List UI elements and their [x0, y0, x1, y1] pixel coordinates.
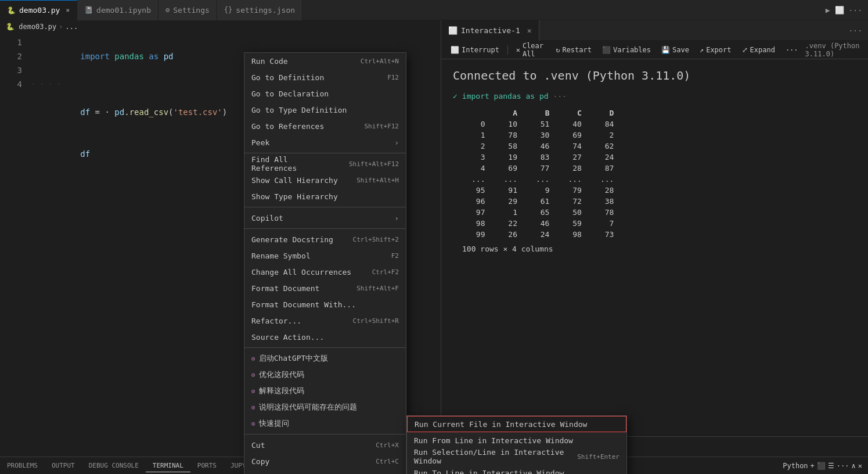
tab-settings[interactable]: ⚙ Settings — [159, 0, 217, 20]
menu-source-action[interactable]: Source Action... — [244, 329, 406, 345]
submenu-run-current-file[interactable]: Run Current File in Interactive Window — [407, 416, 626, 432]
table-row: 982246597 — [462, 218, 623, 229]
menu-copilot[interactable]: Copilot › — [244, 210, 406, 226]
bottom-tab-debug-console[interactable]: DEBUG CONSOLE — [82, 459, 146, 472]
clear-all-icon: ✕ — [516, 46, 520, 54]
variables-button[interactable]: ⬛ Variables — [597, 43, 655, 57]
split-terminal-icon[interactable]: ⬛ — [817, 462, 826, 470]
tab-label: Settings — [173, 6, 210, 15]
interactive-toolbar: ⬜ Interrupt ✕ Clear All ↻ Restart ⬛ Vari… — [441, 41, 868, 59]
menu-copy[interactable]: Copy Ctrl+C — [244, 453, 406, 469]
menu-cut-label: Cut — [251, 441, 364, 450]
terminal-close-icon[interactable]: ✕ — [858, 462, 862, 470]
copilot-icon-5: ⊙ — [251, 420, 255, 428]
breadcrumb-file[interactable]: 🐍 demo03.py — [6, 23, 56, 31]
submenu-run-to-line[interactable]: Run To Line in Interactive Window — [407, 465, 626, 474]
menu-format-document[interactable]: Format Document Shift+Alt+F — [244, 280, 406, 296]
menu-show-call-hierarchy[interactable]: Show Call Hierarchy Shift+Alt+H — [244, 172, 406, 188]
menu-change-all-label: Change All Occurrences — [251, 268, 361, 276]
menu-format-doc-shortcut: Shift+Alt+F — [356, 285, 399, 292]
table-row: 17830692 — [462, 130, 623, 141]
menu-explain[interactable]: ⊙ 解释这段代码 — [244, 383, 406, 399]
more-icon[interactable]: ··· — [849, 6, 862, 15]
export-icon: ↗ — [700, 46, 704, 54]
tab-demo01ipynb[interactable]: 📓 demo01.ipynb — [77, 0, 159, 20]
menu-go-type-def-label: Go to Type Definition — [251, 106, 399, 114]
menu-rename-symbol[interactable]: Rename Symbol F2 — [244, 247, 406, 264]
menu-run-code[interactable]: Run Code Ctrl+Alt+N — [244, 53, 406, 69]
menu-issues-label: 说明这段代码可能存在的问题 — [259, 402, 399, 412]
bottom-tab-ports[interactable]: PORTS — [190, 459, 224, 472]
toolbar-sep-1 — [507, 45, 508, 55]
check-icon: ✓ — [453, 92, 458, 100]
menu-issues[interactable]: ⊙ 说明这段代码可能存在的问题 — [244, 399, 406, 415]
more-options-button[interactable]: ··· — [781, 43, 803, 57]
breadcrumb-item[interactable]: ... — [65, 23, 78, 31]
menu-refactor-label: Refactor... — [251, 317, 341, 325]
table-header-d: D — [591, 107, 623, 119]
menu-quick-ask[interactable]: ⊙ 快速提问 — [244, 415, 406, 432]
tab-close-icon[interactable]: ✕ — [66, 6, 70, 14]
tab-settingsjson[interactable]: {} settings.json — [217, 0, 302, 20]
menu-format-with-label: Format Document With... — [251, 300, 399, 309]
split-icon[interactable]: ⬜ — [835, 6, 844, 15]
variables-icon: ⬛ — [602, 46, 611, 54]
menu-go-to-references[interactable]: Go to References Shift+F12 — [244, 118, 406, 134]
bottom-tab-terminal[interactable]: TERMINAL — [146, 459, 190, 472]
notebook-icon: 📓 — [84, 6, 93, 14]
menu-go-to-type-definition[interactable]: Go to Type Definition — [244, 102, 406, 118]
interactive-tab[interactable]: ⬜ Interactive-1 ✕ — [441, 20, 539, 41]
python-terminal-label: Python — [783, 462, 808, 470]
run-icon[interactable]: ▶ — [826, 6, 830, 15]
menu-paste[interactable]: Paste Ctrl+V — [244, 469, 406, 474]
menu-source-label: Source Action... — [251, 333, 399, 342]
tab-actions: ▶ ⬜ ··· — [820, 6, 868, 15]
add-terminal-icon[interactable]: + — [811, 462, 815, 470]
expand-button[interactable]: ⤢ Expand — [737, 43, 780, 57]
menu-format-document-with[interactable]: Format Document With... — [244, 296, 406, 313]
submenu-run-selection[interactable]: Run Selection/Line in Interactive Window… — [407, 448, 626, 465]
tab-bar: 🐍 demo03.py ✕ 📓 demo01.ipynb ⚙ Settings … — [0, 0, 868, 20]
export-button[interactable]: ↗ Export — [695, 43, 736, 57]
restart-label: Restart — [562, 46, 592, 54]
menu-peek[interactable]: Peek › — [244, 134, 406, 150]
bottom-tab-output[interactable]: OUTPUT — [45, 459, 82, 472]
tab-demo03py[interactable]: 🐍 demo03.py ✕ — [0, 0, 77, 20]
table-row: 959197928 — [462, 185, 623, 196]
menu-find-refs-label: Find All References — [251, 155, 337, 173]
menu-go-to-declaration[interactable]: Go to Declaration — [244, 85, 406, 102]
table-row: 971655078 — [462, 207, 623, 218]
terminal-more-icon[interactable]: ··· — [837, 462, 849, 470]
interactive-tab-bar: ⬜ Interactive-1 ✕ ··· — [441, 20, 868, 41]
menu-find-all-references[interactable]: Find All References Shift+Alt+F12 — [244, 156, 406, 172]
expand-label: Expand — [750, 46, 775, 54]
interrupt-button[interactable]: ⬜ Interrupt — [446, 43, 504, 57]
menu-cut[interactable]: Cut Ctrl+X — [244, 437, 406, 453]
save-button[interactable]: 💾 Save — [657, 43, 694, 57]
menu-chatgpt[interactable]: ⊙ 启动ChatGPT中文版 — [244, 350, 406, 367]
menu-copilot-arrow: › — [394, 214, 399, 222]
interactive-tab-more[interactable]: ··· — [843, 26, 868, 35]
table-row: 010514084 — [462, 119, 623, 130]
terminal-actions: Python + ⬛ ☰ ··· ∧ ✕ — [777, 462, 868, 470]
clear-all-button[interactable]: ✕ Clear All — [512, 43, 550, 57]
menu-chatgpt-label: 启动ChatGPT中文版 — [259, 353, 399, 364]
terminal-list-icon[interactable]: ☰ — [828, 462, 834, 470]
copilot-icon-1: ⊙ — [251, 355, 255, 362]
menu-show-type-hierarchy[interactable]: Show Type Hierarchy — [244, 188, 406, 204]
submenu-run-to-line-label: Run To Line in Interactive Window — [414, 469, 564, 475]
interactive-content: Connected to .venv (Python 3.11.0) ✓ imp… — [441, 59, 868, 436]
terminal-up-icon[interactable]: ∧ — [852, 462, 856, 470]
submenu-run-from-line[interactable]: Run From Line in Interactive Window — [407, 432, 626, 448]
bottom-tab-problems[interactable]: PROBLEMS — [0, 459, 45, 472]
menu-refactor[interactable]: Refactor... Ctrl+Shift+R — [244, 313, 406, 329]
menu-go-to-definition[interactable]: Go to Definition F12 — [244, 69, 406, 85]
menu-generate-docstring[interactable]: Generate Docstring Ctrl+Shift+2 — [244, 231, 406, 247]
breadcrumb: 🐍 demo03.py › ... — [0, 20, 441, 33]
table-header-b: B — [527, 107, 559, 119]
interactive-tab-close[interactable]: ✕ — [527, 26, 532, 35]
menu-optimize[interactable]: ⊙ 优化这段代码 — [244, 367, 406, 383]
menu-go-definition-shortcut: F12 — [387, 74, 399, 81]
restart-button[interactable]: ↻ Restart — [551, 43, 596, 57]
menu-change-all-occurrences[interactable]: Change All Occurrences Ctrl+F2 — [244, 264, 406, 280]
